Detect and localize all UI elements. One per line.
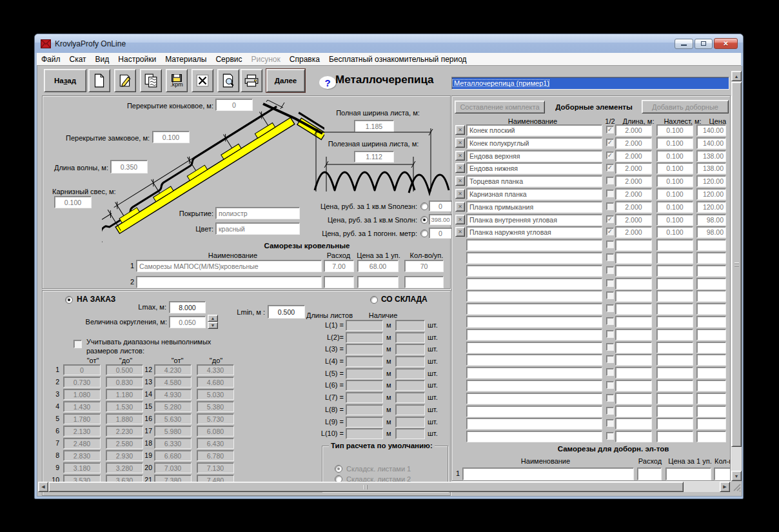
half-checkbox[interactable]: ✓ [606,152,614,159]
scroll-up-button[interactable]: ▲ [731,71,742,81]
half-checkbox[interactable]: ✓ [606,291,614,299]
length-field[interactable]: 2.000 [615,175,652,187]
price-field[interactable] [696,252,726,264]
delete-row-button[interactable]: ✕ [455,189,465,199]
price-field[interactable]: 140.00 [696,137,726,149]
element-name-field[interactable] [466,380,602,391]
length-field[interactable]: 2.000 [615,124,652,136]
length-value-field[interactable] [346,344,383,355]
price-full-field[interactable]: 398.00 [429,214,452,225]
price-field[interactable] [696,393,726,404]
length-field[interactable] [615,380,652,391]
menu-settings[interactable]: Настройки [113,54,161,64]
color-field[interactable]: красный [215,222,300,235]
screws-row1-price-field[interactable]: 68.00 [357,260,399,272]
overlap-field[interactable] [656,252,693,264]
eaves-overhang-field[interactable]: 0.100 [54,196,92,208]
range-from-field-1[interactable]: 2.130 [63,426,101,437]
range-to-field-2[interactable]: 6.080 [197,426,234,437]
range-to-field-2[interactable]: 4.680 [197,377,234,388]
range-from-field-2[interactable]: 5.630 [154,413,192,424]
half-checkbox[interactable]: ✓ [606,228,614,235]
half-checkbox[interactable]: ✓ [606,126,614,133]
element-name-field[interactable]: Планка внутренняя угловая [466,214,602,226]
overlap-field[interactable] [656,329,693,340]
length-field[interactable] [615,406,652,417]
overlap-field[interactable] [656,342,693,353]
length-value-field[interactable] [346,332,383,343]
length-field[interactable] [615,265,652,277]
custom-order-radio[interactable] [65,296,73,304]
screws-row2-rate-field[interactable] [324,276,354,288]
horizontal-scrollbar[interactable]: ◀ ▶ [38,482,730,492]
half-checkbox[interactable]: ✓ [606,355,614,363]
wave-length-field[interactable]: 0.350 [110,160,148,173]
length-field[interactable] [615,367,652,379]
price-field[interactable] [696,367,726,379]
element-name-field[interactable] [466,239,602,251]
half-checkbox[interactable]: ✓ [606,381,614,389]
range-to-field-2[interactable]: 6.780 [197,450,234,461]
coating-field[interactable]: полиэстр [215,207,300,219]
range-to-field-2[interactable]: 6.430 [197,438,234,449]
price-field[interactable]: 120.00 [696,188,726,200]
overlap-field[interactable]: 0.100 [656,150,693,162]
range-from-field-2[interactable]: 7.030 [154,462,192,473]
element-name-field[interactable]: Ендова верхняя [466,150,602,162]
element-name-field[interactable] [466,406,602,417]
add-accessories-button[interactable]: Добавить доборные [642,100,729,113]
half-checkbox[interactable]: ✓ [606,177,614,184]
price-field[interactable]: 98.00 [696,214,726,226]
sheets-list-button[interactable] [140,69,162,92]
overlap-field[interactable] [656,431,693,442]
lmax-field[interactable]: 8.000 [169,301,206,313]
price-field[interactable] [696,329,726,340]
price-field[interactable] [696,418,726,429]
price-field[interactable] [696,265,726,277]
help-icon[interactable]: ? [319,76,336,89]
delete-row-button[interactable]: ✕ [455,176,465,186]
range-from-field-1[interactable]: 0 [63,364,101,375]
half-checkbox[interactable]: ✓ [606,253,614,261]
half-checkbox[interactable]: ✓ [606,394,614,402]
compose-kit-button[interactable]: Составление комплекта [455,101,545,113]
element-name-field[interactable]: Конек полукруглый [466,137,602,149]
overlap-field[interactable] [656,406,693,417]
overlap-field[interactable] [656,316,693,328]
half-checkbox[interactable]: ✓ [606,241,614,248]
price-field[interactable] [696,303,726,315]
length-field[interactable]: 2.000 [615,226,652,238]
overlap-field[interactable]: 0.100 [656,124,693,136]
length-field[interactable] [615,393,652,404]
element-name-field[interactable] [466,265,602,277]
half-checkbox[interactable]: ✓ [606,304,614,312]
price-field[interactable] [696,406,726,417]
range-from-field-2[interactable]: 5.980 [154,426,192,437]
price-field[interactable] [696,290,726,302]
length-field[interactable]: 2.000 [615,137,652,149]
overlap-field[interactable] [656,380,693,391]
menu-skat[interactable]: Скат [65,54,91,64]
price-field[interactable] [696,380,726,391]
vertical-scroll-thumb[interactable] [731,82,742,447]
overlap-field[interactable] [656,265,693,277]
price-field[interactable] [696,342,726,353]
element-name-field[interactable] [466,367,602,379]
menu-service[interactable]: Сервис [211,54,246,64]
overlap-field[interactable] [656,367,693,379]
element-name-field[interactable]: Планка примыкания [466,201,602,213]
length-value-field[interactable] [346,320,383,331]
half-checkbox[interactable]: ✓ [606,266,614,274]
length-field[interactable] [615,342,652,353]
length-field[interactable] [615,239,652,251]
element-name-field[interactable] [466,418,602,429]
scroll-down-button[interactable]: ▼ [731,471,742,481]
length-field[interactable] [615,431,652,442]
range-from-field-1[interactable]: 2.480 [63,438,101,449]
preview-button[interactable] [217,69,239,92]
acc-screws-name-field[interactable] [462,468,634,480]
length-field[interactable] [615,252,652,264]
range-from-field-1[interactable]: 0.730 [63,377,101,388]
half-checkbox[interactable]: ✓ [606,317,614,325]
element-name-field[interactable] [466,290,602,302]
